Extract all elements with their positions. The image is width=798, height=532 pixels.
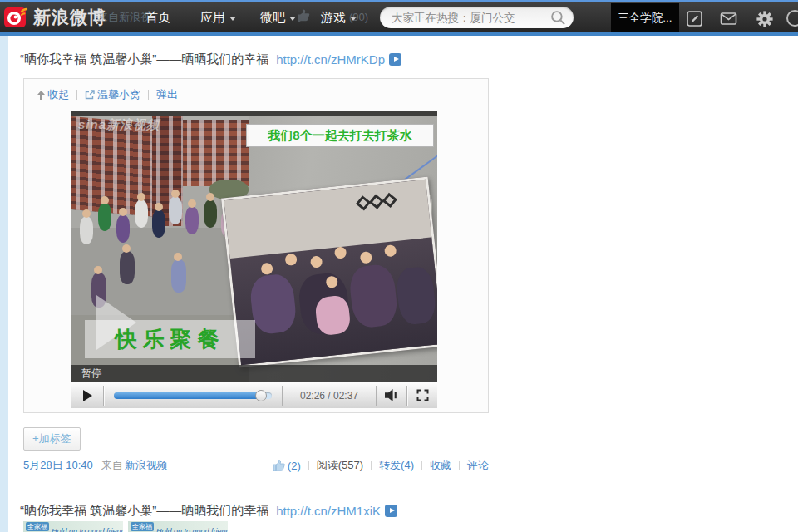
new-window-icon bbox=[85, 90, 95, 100]
video-player-panel: 收起 温馨小窝 弹出 bbox=[23, 78, 489, 413]
search-icon[interactable] bbox=[550, 10, 566, 26]
play-link-icon[interactable] bbox=[385, 505, 397, 517]
volume-icon[interactable] bbox=[377, 389, 406, 401]
read-count[interactable]: 阅读(557) bbox=[317, 458, 363, 473]
player-toolbar: 收起 温馨小窝 弹出 bbox=[37, 87, 178, 102]
video-frame[interactable]: 我们8个一起去打去打茶水 sina新浪视频 快乐聚餐 暂停 bbox=[71, 111, 437, 382]
arrow-up-icon bbox=[37, 91, 45, 100]
post1-title-text: “晒你我幸福 筑温馨小巢”——晒晒我们的幸福 bbox=[20, 52, 268, 67]
post1-title-row: “晒你我幸福 筑温馨小巢”——晒晒我们的幸福 http://t.cn/zHMrK… bbox=[20, 52, 401, 67]
nav-item-apps[interactable]: 应用 bbox=[200, 10, 236, 26]
weibo-logo[interactable]: 新浪微博 bbox=[3, 4, 106, 31]
sina-watermark: sina新浪视频 bbox=[78, 117, 160, 133]
nav-accent-line bbox=[0, 32, 798, 36]
nav-item-weiba[interactable]: 微吧 bbox=[260, 10, 296, 26]
page-left-gutter bbox=[0, 36, 8, 532]
channel-link[interactable]: 温馨小窝 bbox=[85, 87, 140, 102]
post1-timestamp[interactable]: 5月28日 10:40 bbox=[23, 458, 93, 473]
toolbar-divider bbox=[76, 90, 77, 100]
play-link-icon[interactable] bbox=[389, 53, 401, 66]
video-caption-green: 快乐聚餐 bbox=[85, 320, 255, 358]
progress-fill bbox=[114, 392, 261, 399]
post2-title-text: “晒你我幸福 筑温馨小巢”——晒晒我们的幸福 bbox=[20, 503, 268, 519]
post2-video-link[interactable]: http://t.cn/zHM1xiK bbox=[276, 504, 381, 518]
progress-bar[interactable] bbox=[104, 392, 282, 399]
toolbar-divider bbox=[148, 90, 149, 100]
nav-item-home[interactable]: 首页 bbox=[145, 10, 170, 26]
progress-track[interactable] bbox=[114, 392, 272, 399]
play-button[interactable] bbox=[71, 390, 103, 401]
brand-title: 新浪微博 bbox=[33, 6, 106, 29]
gear-icon[interactable] bbox=[756, 11, 773, 27]
post1-meta-row: 5月28日 10:40 来自 新浪视频 (2) 阅读(557) 转发(4) 收藏… bbox=[23, 458, 489, 473]
post2-thumbnails: 全家福Hold on to good friends, 全家福Hold on t… bbox=[23, 521, 228, 532]
thumbs-up-icon bbox=[273, 460, 285, 471]
ghost-thumb-icon bbox=[297, 9, 310, 25]
post1-video-link[interactable]: http://t.cn/zHMrKDp bbox=[276, 52, 385, 66]
favorite-button[interactable]: 收藏 bbox=[430, 458, 451, 473]
compose-icon[interactable] bbox=[687, 11, 702, 27]
video-thumbnail[interactable]: 全家福Hold on to good friends, bbox=[128, 521, 228, 532]
ghost-bleed-text: 来自新浪视频 bbox=[97, 10, 149, 25]
comment-button[interactable]: 评论 bbox=[467, 458, 489, 473]
ghost-count-text: (90) bbox=[349, 11, 368, 23]
account-menu[interactable]: 三全学院... bbox=[611, 3, 679, 32]
weibo-eye-icon bbox=[3, 4, 30, 31]
search-input[interactable] bbox=[380, 12, 550, 24]
add-tag-button[interactable]: +加标签 bbox=[23, 427, 81, 451]
post1-source-link[interactable]: 新浪视频 bbox=[125, 458, 168, 473]
meta-divider bbox=[421, 461, 422, 470]
repost-button[interactable]: 转发(4) bbox=[379, 458, 414, 473]
post2-title-row: “晒你我幸福 筑温馨小巢”——晒晒我们的幸福 http://t.cn/zHM1x… bbox=[20, 503, 397, 519]
video-subtitle-top: 我们8个一起去打去打茶水 bbox=[246, 124, 434, 147]
like-button[interactable]: (2) bbox=[273, 460, 301, 472]
time-display: 02:26 / 02:37 bbox=[283, 390, 376, 401]
nav-divider bbox=[372, 11, 372, 24]
popout-button[interactable]: 弹出 bbox=[156, 87, 178, 102]
video-thumbnail[interactable]: 全家福Hold on to good friends, bbox=[23, 521, 123, 532]
meta-divider bbox=[371, 461, 372, 470]
video-letterbox bbox=[71, 111, 437, 116]
collapse-button[interactable]: 收起 bbox=[37, 87, 69, 102]
video-player: 我们8个一起去打去打茶水 sina新浪视频 快乐聚餐 暂停 02:26 / 02… bbox=[71, 111, 437, 408]
post1-from-label: 来自 bbox=[101, 458, 123, 473]
meta-divider bbox=[308, 461, 309, 470]
video-controls: 02:26 / 02:37 bbox=[71, 382, 437, 408]
fullscreen-icon[interactable] bbox=[407, 389, 437, 401]
meta-divider bbox=[459, 461, 460, 470]
clipped-profile-icon[interactable] bbox=[786, 10, 798, 27]
chevron-down-icon bbox=[229, 17, 236, 21]
progress-knob[interactable] bbox=[255, 390, 267, 401]
search-box bbox=[380, 7, 574, 28]
chevron-down-icon bbox=[289, 17, 296, 21]
playback-status-bar: 暂停 bbox=[71, 365, 437, 382]
main-navbar: 新浪微博 来自新浪视频 首页 应用 微吧 游戏 (90) 三全学院... bbox=[0, 2, 798, 32]
